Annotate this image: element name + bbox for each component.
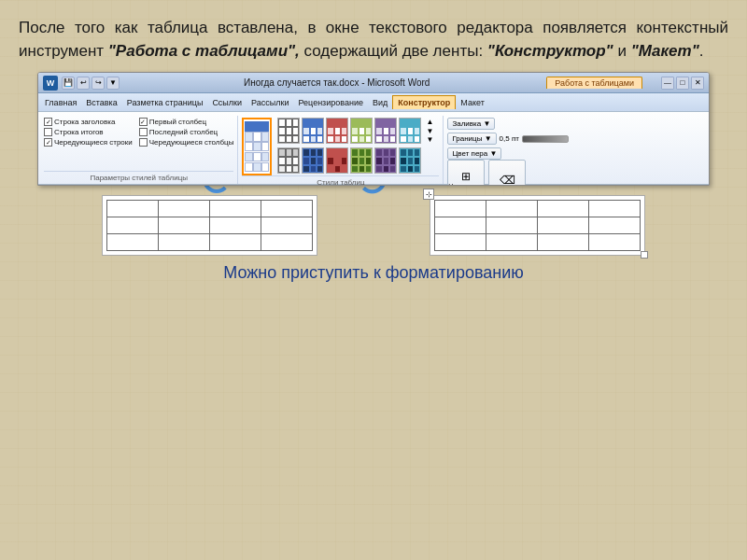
style-preview-8[interactable] bbox=[302, 147, 324, 174]
maximize-button[interactable]: □ bbox=[676, 77, 689, 90]
window-controls: — □ ✕ bbox=[661, 77, 704, 90]
table1-cell bbox=[210, 217, 261, 234]
table1-cell bbox=[159, 234, 210, 251]
table2-cell bbox=[538, 217, 589, 234]
style-preview-11[interactable] bbox=[374, 147, 397, 174]
style-preview-grid bbox=[277, 118, 421, 175]
style-scroll-up[interactable]: ▲ bbox=[426, 118, 433, 127]
checkbox-first-col[interactable]: Первый столбец bbox=[139, 118, 234, 126]
draw-erase-buttons: ⊞ Нарисоватьтаблицу ⌫ Ластик bbox=[447, 160, 608, 186]
eraser-button[interactable]: ⌫ Ластик bbox=[488, 160, 526, 186]
table-move-handle[interactable]: ⊹ bbox=[423, 189, 434, 200]
table2-cell bbox=[589, 201, 641, 217]
table-styles-content: ▲ ▼ ▼ bbox=[242, 116, 439, 175]
menu-mailings[interactable]: Рассылки bbox=[247, 96, 293, 109]
table1-cell bbox=[261, 217, 313, 234]
cb-label-header: Строка заголовка bbox=[54, 118, 115, 126]
checkbox-banded-cols[interactable]: Чередующиеся столбцы bbox=[139, 138, 234, 147]
table1-cell bbox=[159, 217, 210, 234]
menu-home[interactable]: Главная bbox=[40, 96, 81, 109]
style-preview-5[interactable] bbox=[374, 118, 397, 144]
menu-constructor[interactable]: Конструктор bbox=[392, 95, 456, 109]
checkboxes-container: Строка заголовка Строка итогов Чередующи… bbox=[44, 116, 233, 171]
bottom-paragraph: Можно приступить к форматированию bbox=[19, 263, 728, 283]
word-logo: W bbox=[43, 76, 58, 91]
table2-cell bbox=[435, 234, 486, 251]
qa-redo[interactable]: ↪ bbox=[92, 77, 105, 90]
draw-table-icon: ⊞ bbox=[461, 170, 471, 183]
selected-table-style[interactable] bbox=[242, 118, 272, 175]
close-button[interactable]: ✕ bbox=[691, 77, 704, 90]
style-more[interactable]: ▼ bbox=[426, 135, 433, 145]
menu-layout[interactable]: Разметка страницы bbox=[122, 96, 208, 109]
pen-size: 0,5 пт bbox=[500, 134, 519, 143]
cb-first-col[interactable] bbox=[139, 118, 148, 126]
demo-table-2 bbox=[434, 200, 641, 251]
table-styles-section: ▲ ▼ ▼ Стили таблиц bbox=[238, 116, 444, 184]
word-window: W 💾 ↩ ↪ ▼ Иногда случается так.docx - Mi… bbox=[37, 72, 710, 186]
style-scroll-arrows: ▲ ▼ ▼ bbox=[426, 118, 433, 145]
menu-maket[interactable]: Макет bbox=[456, 96, 488, 109]
style-preview-6[interactable] bbox=[399, 118, 421, 144]
cb-label-last-col: Последний столбец bbox=[149, 128, 218, 136]
qa-save[interactable]: 💾 bbox=[62, 77, 75, 90]
menu-insert[interactable]: Вставка bbox=[81, 96, 121, 109]
pen-color-button[interactable]: Цвет пера ▼ bbox=[447, 147, 501, 160]
cb-label-banded-cols: Чередующиеся столбцы bbox=[149, 138, 234, 147]
shading-button[interactable]: Заливка ▼ bbox=[447, 118, 495, 130]
menu-review[interactable]: Рецензирование bbox=[293, 96, 368, 109]
qa-undo[interactable]: ↩ bbox=[77, 77, 90, 90]
checkbox-last-col[interactable]: Последний столбец bbox=[139, 128, 234, 136]
checkbox-banded-rows[interactable]: Чередующиеся строки bbox=[44, 138, 133, 147]
style-preview-12[interactable] bbox=[399, 147, 421, 174]
minimize-button[interactable]: — bbox=[661, 77, 674, 90]
checkbox-header-row[interactable]: Строка заголовка bbox=[44, 118, 133, 126]
table-demo-2: ⊹ bbox=[430, 195, 645, 256]
checkbox-group-right: Первый столбец Последний столбец Чередую… bbox=[139, 118, 234, 147]
draw-borders-content: Заливка ▼ Границы ▼ 0,5 пт Цвет пера ▼ bbox=[447, 116, 608, 160]
work-with-tables-tab[interactable]: Работа с таблицами bbox=[546, 77, 642, 89]
cb-total-row[interactable] bbox=[44, 128, 52, 136]
text-middle: содержащий две ленты: bbox=[300, 42, 487, 60]
style-scroll-down[interactable]: ▼ bbox=[426, 127, 433, 136]
table1-cell bbox=[210, 234, 261, 251]
style-preview-9[interactable] bbox=[326, 147, 348, 174]
menu-view[interactable]: Вид bbox=[368, 96, 392, 109]
cb-banded-cols[interactable] bbox=[139, 138, 148, 147]
pen-color-row: Цвет пера ▼ bbox=[447, 147, 501, 160]
style-preview-7[interactable] bbox=[277, 147, 300, 174]
style-preview-3[interactable] bbox=[326, 118, 348, 144]
cb-banded-rows[interactable] bbox=[44, 138, 52, 147]
pen-size-slider[interactable] bbox=[522, 135, 569, 143]
menu-references[interactable]: Ссылки bbox=[207, 96, 247, 109]
table2-cell bbox=[435, 217, 486, 234]
draw-table-button[interactable]: ⊞ Нарисоватьтаблицу bbox=[447, 160, 485, 186]
highlight-constructor: "Конструктор" bbox=[487, 42, 613, 60]
table-resize-handle[interactable] bbox=[641, 251, 648, 259]
style-preview-10[interactable] bbox=[350, 147, 373, 174]
table1-cell bbox=[107, 234, 159, 251]
shading-row: Заливка ▼ bbox=[447, 118, 495, 130]
table2-cell bbox=[538, 201, 589, 217]
table2-cell bbox=[589, 217, 641, 234]
highlight-maket: "Макет" bbox=[631, 42, 699, 60]
menu-bar: Главная Вставка Разметка страницы Ссылки… bbox=[38, 93, 709, 112]
cb-last-col[interactable] bbox=[139, 128, 148, 136]
table2-cell bbox=[486, 201, 538, 217]
table1-cell bbox=[107, 201, 159, 217]
draw-borders-section: Заливка ▼ Границы ▼ 0,5 пт Цвет пера ▼ bbox=[444, 116, 612, 184]
main-container: После того как таблица вставлена, в окне… bbox=[0, 0, 747, 560]
table2-cell bbox=[486, 234, 538, 251]
style-preview-2[interactable] bbox=[302, 118, 324, 144]
qa-dropdown[interactable]: ▼ bbox=[106, 77, 120, 90]
window-title: Иногда случается так.docx - Microsoft Wo… bbox=[127, 77, 546, 88]
text-and: и bbox=[613, 42, 631, 60]
text-end: . bbox=[699, 42, 704, 60]
cb-label-first-col: Первый столбец bbox=[149, 118, 206, 126]
borders-button[interactable]: Границы ▼ bbox=[447, 133, 496, 145]
style-preview-4[interactable] bbox=[350, 118, 373, 144]
table2-cell bbox=[589, 234, 641, 251]
checkbox-total-row[interactable]: Строка итогов bbox=[44, 128, 133, 136]
style-preview-1[interactable] bbox=[277, 118, 300, 144]
cb-header-row[interactable] bbox=[44, 118, 52, 126]
